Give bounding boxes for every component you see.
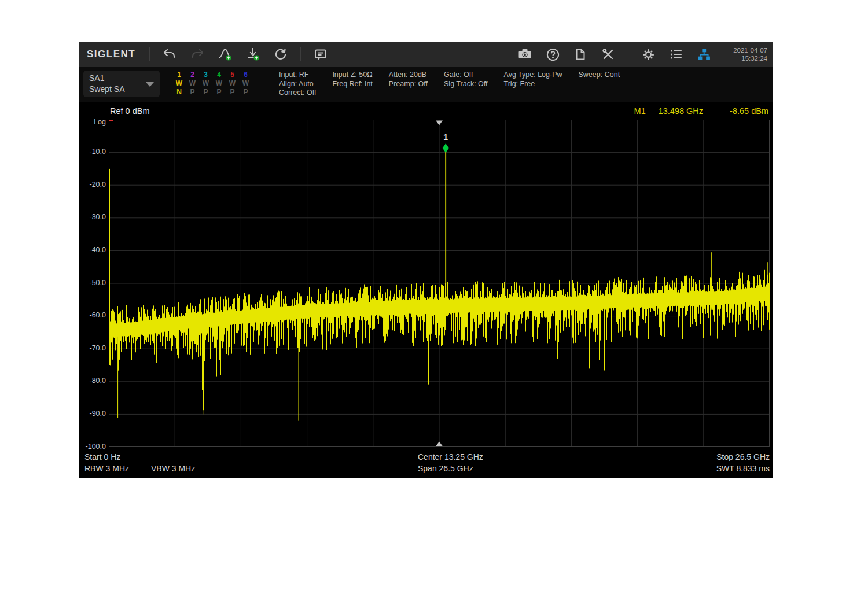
- y-axis-tick: -20.0: [79, 180, 106, 189]
- rbw-field[interactable]: RBW 3 MHz: [84, 464, 129, 473]
- trace-indicator-6[interactable]: 6 W P: [239, 71, 252, 97]
- trace-indicator-3[interactable]: 3 W P: [199, 71, 212, 97]
- toolbar-separator: [300, 47, 301, 61]
- peak-search-add-icon: [218, 47, 233, 62]
- y-axis-tick: -70.0: [79, 344, 106, 352]
- y-axis-tick: -100.0: [79, 442, 106, 450]
- gear-icon: [641, 47, 656, 62]
- spectrum-trace-plot[interactable]: 1: [109, 120, 770, 447]
- center-freq-bot-triangle-icon: [436, 442, 443, 446]
- tools-icon: [601, 47, 615, 61]
- settings-readouts: Input: RF Align: Auto Correct: Off Input…: [263, 71, 620, 98]
- spectrum-display-area: Ref 0 dBm M1 13.498 GHz -8.65 dBm Log -1…: [79, 102, 773, 478]
- plot-area[interactable]: 1: [109, 120, 770, 447]
- screenshot-button[interactable]: [516, 46, 534, 63]
- undo-icon: [163, 47, 176, 61]
- datetime-display: 2021-04-07 15:32:24: [726, 46, 767, 62]
- trace-indicator-5[interactable]: 5 W P: [226, 71, 239, 97]
- sweep-restart-icon: [274, 47, 288, 61]
- date-text: 2021-04-07: [726, 46, 767, 54]
- tools-button[interactable]: [599, 46, 617, 63]
- footer-right: Stop 26.5 GHz SWT 8.833 ms: [716, 452, 770, 474]
- help-button[interactable]: [544, 46, 561, 63]
- impedance-settings: Input Z: 50Ω Freq Ref: Int: [332, 71, 372, 98]
- chevron-down-icon: [146, 82, 154, 87]
- trace-indicators: 1 W N 2 W P 3 W P 4 W P 5 W P: [172, 71, 252, 97]
- trace-indicator-1[interactable]: 1 W N: [172, 71, 186, 97]
- siglent-logo: SIGLENT: [87, 49, 135, 60]
- y-axis-tick: -90.0: [79, 409, 106, 418]
- file-icon: [573, 47, 587, 61]
- start-freq-field[interactable]: Start 0 Hz: [84, 452, 120, 461]
- marker-add-button[interactable]: [244, 46, 262, 63]
- network-icon: [697, 47, 711, 62]
- toolbar-separator: [505, 47, 505, 61]
- toolbar-separator: [149, 47, 150, 61]
- sweep-time-field[interactable]: SWT 8.833 ms: [716, 464, 770, 473]
- gate-settings: Gate: Off Sig Track: Off: [444, 71, 488, 98]
- redo-button[interactable]: [189, 46, 206, 63]
- vbw-field[interactable]: VBW 3 MHz: [151, 464, 195, 473]
- help-icon: [546, 47, 560, 62]
- ref-level-readout[interactable]: Ref 0 dBm: [110, 106, 150, 116]
- toolbar: SIGLENT: [79, 42, 773, 67]
- network-button[interactable]: [695, 46, 712, 63]
- time-text: 15:32:24: [726, 54, 767, 62]
- sweep-restart-button[interactable]: [272, 46, 289, 63]
- screenshot-canvas: SIGLENT: [0, 0, 868, 613]
- display-annotation-button[interactable]: [312, 46, 329, 63]
- trace-indicator-2[interactable]: 2 W P: [186, 71, 199, 97]
- marker-level: -8.65 dBm: [730, 106, 768, 116]
- menu-list-icon: [669, 47, 683, 61]
- ref-level-tick: [109, 120, 113, 121]
- footer-center: Center 13.25 GHz Span 26.5 GHz: [418, 452, 483, 474]
- stop-freq-field[interactable]: Stop 26.5 GHz: [716, 452, 770, 461]
- marker-readout: M1 13.498 GHz -8.65 dBm: [634, 106, 768, 116]
- display-annotation-icon: [314, 47, 328, 61]
- menu-list-button[interactable]: [667, 46, 685, 63]
- y-axis-tick: -60.0: [79, 311, 106, 319]
- center-freq-field[interactable]: Center 13.25 GHz: [418, 452, 483, 461]
- input-settings: Input: RF Align: Auto Correct: Off: [279, 71, 316, 98]
- y-axis-tick: -30.0: [79, 213, 106, 221]
- marker-id: M1: [634, 106, 646, 116]
- marker-frequency: 13.498 GHz: [659, 106, 703, 116]
- peak-search-add-button[interactable]: [216, 46, 234, 63]
- atten-settings: Atten: 20dB Preamp: Off: [389, 71, 428, 98]
- sweep-settings: Sweep: Cont: [579, 71, 620, 98]
- marker-diamond-icon: [443, 143, 449, 153]
- marker-add-icon: [245, 47, 260, 62]
- y-axis-tick: -40.0: [79, 246, 106, 254]
- trace-indicator-4[interactable]: 4 W P: [212, 71, 226, 97]
- spectrum-analyzer-window: SIGLENT: [79, 42, 773, 478]
- center-freq-top-triangle-icon: [436, 121, 443, 125]
- settings-statusbar: SA1 Swept SA 1 W N 2 W P 3 W P 4 W: [79, 67, 773, 102]
- undo-button[interactable]: [161, 46, 178, 63]
- camera-icon: [517, 47, 532, 62]
- y-axis-tick: -80.0: [79, 376, 106, 385]
- footer-left: Start 0 Hz RBW 3 MHzVBW 3 MHz: [84, 452, 195, 474]
- scale-label: Log: [79, 118, 106, 126]
- y-axis-tick: -50.0: [79, 279, 106, 287]
- span-field[interactable]: Span 26.5 GHz: [418, 464, 473, 473]
- mode-type: Swept SA: [89, 84, 154, 95]
- file-button[interactable]: [572, 46, 589, 63]
- toolbar-right: 2021-04-07 15:32:24: [499, 46, 767, 63]
- y-axis-tick: -10.0: [79, 147, 106, 156]
- marker-number-label: 1: [443, 132, 448, 142]
- settings-button[interactable]: [639, 46, 657, 63]
- mode-name: SA1: [89, 73, 154, 84]
- redo-icon: [190, 47, 204, 61]
- avg-trig-settings: Avg Type: Log-Pw Trig: Free: [504, 71, 562, 98]
- toolbar-separator: [628, 47, 628, 61]
- mode-selector[interactable]: SA1 Swept SA: [83, 71, 160, 97]
- toolbar-left: SIGLENT: [84, 46, 334, 63]
